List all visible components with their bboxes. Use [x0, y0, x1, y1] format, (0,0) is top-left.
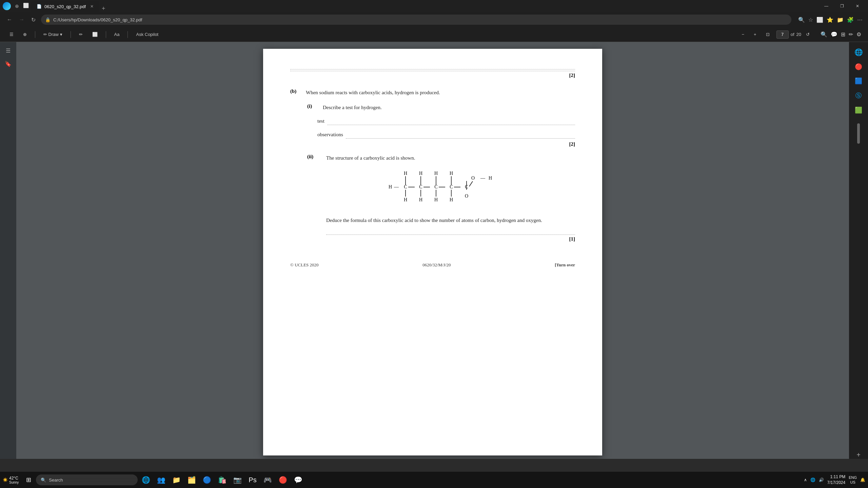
- taskbar-photos[interactable]: 📷: [231, 474, 244, 485]
- svg-text:H: H: [489, 176, 492, 181]
- copilot-btn[interactable]: Ask Copilot: [133, 30, 161, 38]
- weather-temp: 42°C: [9, 476, 19, 481]
- collections-icon[interactable]: 📁: [837, 17, 844, 23]
- system-tray: ∧ 🌐 🔊 1:11 PM 7/17/2024 ENG US 🔔: [804, 474, 865, 486]
- layout-btn[interactable]: ⊞: [841, 31, 845, 38]
- volume-icon[interactable]: 🔊: [819, 477, 824, 482]
- pdf-tab-icon: 📄: [37, 4, 42, 9]
- taskbar-people[interactable]: 👥: [154, 474, 168, 485]
- footer-code: 0620/32/M/J/20: [422, 262, 451, 268]
- shape-btn[interactable]: ⬜: [90, 30, 100, 38]
- active-tab[interactable]: 📄 0620_s20_qp_32.pdf ✕: [31, 1, 99, 12]
- menu-btn[interactable]: ☰: [7, 30, 16, 38]
- rs-icon-3[interactable]: 🟦: [852, 75, 865, 87]
- taskbar-discord[interactable]: 💬: [291, 474, 305, 485]
- pen-btn[interactable]: ✏: [849, 31, 853, 38]
- comment-btn[interactable]: 💬: [831, 31, 837, 38]
- taskbar-edge2[interactable]: 🔵: [200, 474, 214, 485]
- erase-btn[interactable]: ✏: [76, 30, 85, 38]
- tray-expand[interactable]: ∧: [804, 477, 807, 482]
- language-indicator[interactable]: ENG US: [849, 475, 857, 485]
- part-ii-text: The structure of a carboxylic acid is sh…: [326, 154, 415, 162]
- pdf-footer: © UCLES 2020 0620/32/M/J/20 [Turn over: [290, 262, 575, 268]
- taskbar-files[interactable]: 📁: [170, 474, 183, 485]
- zoom-icon[interactable]: 🔍: [798, 17, 805, 23]
- rs-icon-2[interactable]: 🔴: [852, 60, 865, 73]
- taskbar-xbox[interactable]: 🎮: [261, 474, 275, 485]
- svg-text:H: H: [434, 197, 438, 202]
- draw-btn[interactable]: ✏ Draw ▾: [41, 30, 65, 38]
- left-bookmark-icon[interactable]: 🔖: [3, 59, 14, 69]
- left-menu-icon[interactable]: ☰: [4, 45, 13, 56]
- new-tab-btn[interactable]: +: [102, 5, 105, 12]
- test-label: test: [317, 117, 324, 125]
- scroll-handle[interactable]: [857, 123, 860, 144]
- url-field[interactable]: 🔒 C:/Users/hp/Downloads/0620_s20_qp_32.p…: [41, 15, 791, 25]
- address-text: C:/Users/hp/Downloads/0620_s20_qp_32.pdf: [53, 17, 142, 22]
- part-b-label: (b): [290, 88, 300, 94]
- sidebar-plus-btn[interactable]: +: [856, 451, 861, 459]
- lang-region: US: [849, 480, 857, 485]
- marks-2b: [2]: [317, 141, 575, 147]
- rs-icon-5[interactable]: 🟩: [852, 104, 865, 117]
- footer-turn-over: [Turn over: [555, 262, 575, 268]
- part-b-section: (b) When sodium reacts with carboxylic a…: [290, 88, 575, 242]
- footer-copyright: © UCLES 2020: [290, 262, 319, 268]
- top-section: [2]: [290, 69, 575, 78]
- network-icon[interactable]: 🌐: [810, 477, 815, 482]
- taskbar-search[interactable]: 🔍 Search: [36, 474, 138, 485]
- chemical-structure: H H H H O — H: [307, 169, 575, 209]
- svg-text:H: H: [450, 197, 453, 202]
- more-icon[interactable]: ⋯: [857, 17, 863, 23]
- window-controls: — ❐ ✕: [818, 0, 865, 12]
- search-icon: 🔍: [41, 477, 46, 483]
- taskbar-explorer[interactable]: 🗂️: [185, 474, 199, 485]
- obs-label: observations: [317, 130, 343, 139]
- clock[interactable]: 1:11 PM 7/17/2024: [827, 474, 845, 486]
- rs-icon-1[interactable]: 🌐: [852, 45, 866, 59]
- start-button[interactable]: ⊞: [23, 474, 35, 486]
- security-icon: 🔒: [45, 17, 51, 22]
- history-btn: ⊕: [13, 3, 21, 9]
- weather-widget: ☀️ 42°C Sunny: [3, 476, 19, 484]
- page-input[interactable]: [776, 30, 789, 39]
- add-btn[interactable]: ⊕: [20, 30, 29, 38]
- rotate-btn[interactable]: ↺: [803, 30, 812, 38]
- favorites-icon[interactable]: ⭐: [827, 17, 833, 23]
- clock-date: 7/17/2024: [827, 480, 845, 486]
- zoom-in-btn[interactable]: +: [751, 30, 759, 38]
- svg-line-23: [469, 181, 473, 186]
- tab-close-btn[interactable]: ✕: [90, 4, 94, 9]
- left-sidebar: ☰ 🔖: [0, 42, 16, 459]
- browser-logo: [3, 2, 11, 10]
- notification-icon[interactable]: 🔔: [860, 477, 865, 482]
- svg-text:H: H: [450, 171, 453, 176]
- reading-view-icon[interactable]: ⬜: [816, 17, 823, 23]
- taskbar-edge[interactable]: 🌐: [139, 474, 153, 485]
- minimize-btn[interactable]: —: [818, 0, 834, 12]
- taskbar-ps[interactable]: Ps: [246, 475, 259, 485]
- page-total: 20: [796, 32, 801, 37]
- right-tools: 🔍 💬 ⊞ ✏ ⚙: [821, 31, 861, 38]
- extensions-icon[interactable]: 🧩: [847, 17, 854, 23]
- tab-strip: ⬜: [23, 3, 30, 9]
- text-btn[interactable]: Aa: [112, 30, 122, 38]
- part-b-text: When sodium reacts with carboxylic acids…: [306, 88, 440, 97]
- back-btn[interactable]: ←: [5, 15, 14, 24]
- taskbar-store[interactable]: 🛍️: [215, 474, 229, 485]
- part-i-label: (i): [307, 103, 317, 109]
- refresh-btn[interactable]: ↻: [30, 15, 37, 24]
- close-btn[interactable]: ✕: [850, 0, 865, 12]
- search-pdf-btn[interactable]: 🔍: [821, 31, 827, 38]
- forward-btn[interactable]: →: [18, 15, 26, 24]
- pdf-page: [2] (b) When sodium reacts with carboxyl…: [263, 49, 602, 455]
- rs-icon-4[interactable]: Ⓢ: [853, 89, 864, 102]
- maximize-btn[interactable]: ❐: [834, 0, 850, 12]
- star-icon[interactable]: ☆: [808, 17, 813, 23]
- pdf-container[interactable]: [2] (b) When sodium reacts with carboxyl…: [16, 42, 849, 459]
- fit-btn[interactable]: ⊡: [763, 30, 772, 38]
- taskbar-opera[interactable]: 🔴: [276, 474, 290, 485]
- zoom-out-btn[interactable]: −: [739, 30, 747, 38]
- svg-text:C: C: [465, 184, 468, 189]
- settings-btn[interactable]: ⚙: [856, 31, 861, 38]
